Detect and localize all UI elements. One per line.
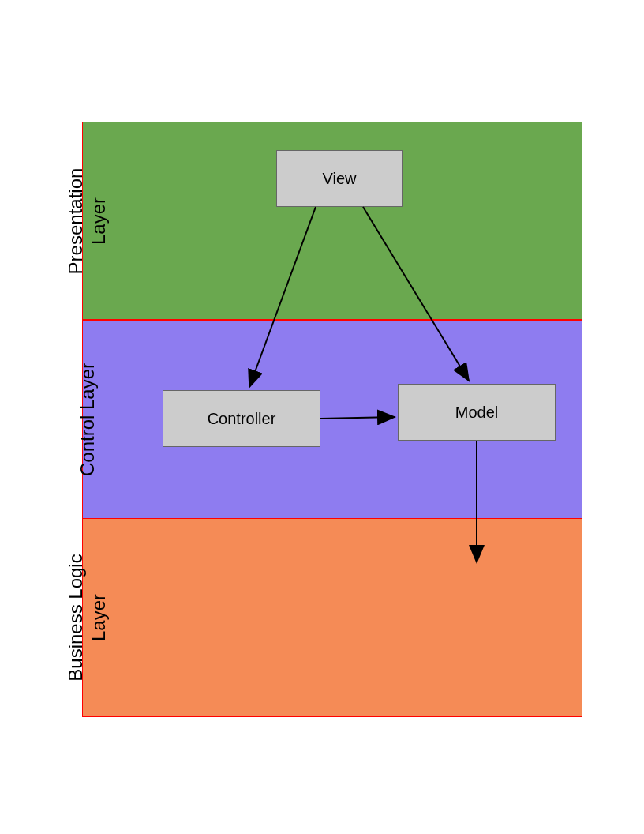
layer-label-text: Business LogicLayer xyxy=(65,554,109,681)
model-node-label: Model xyxy=(455,404,498,422)
business-logic-layer-label: Business LogicLayer xyxy=(65,507,110,728)
architecture-diagram: PresentationLayer Control Layer Business… xyxy=(82,122,582,717)
view-node: View xyxy=(276,150,402,207)
business-logic-layer: Business LogicLayer xyxy=(82,518,582,717)
view-node-label: View xyxy=(323,170,357,188)
layer-label-line1: PresentationLayer xyxy=(65,167,109,274)
control-layer-label: Control Layer xyxy=(77,309,99,530)
controller-node: Controller xyxy=(163,390,320,447)
presentation-layer-label: PresentationLayer xyxy=(65,111,110,332)
model-node: Model xyxy=(398,384,556,441)
controller-node-label: Controller xyxy=(208,410,276,428)
